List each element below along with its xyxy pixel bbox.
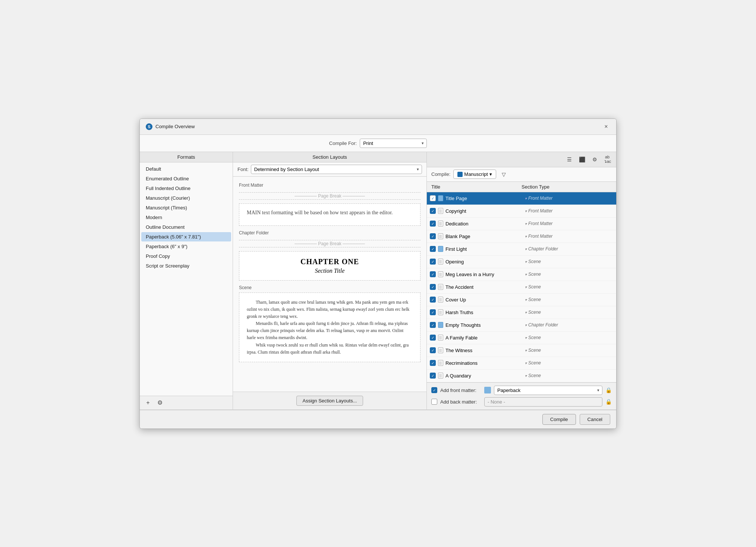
dropdown-arrow[interactable]: ▾ [525, 222, 527, 226]
table-row[interactable]: Blank Page ▾ Front Matter [427, 230, 616, 243]
title-cell-family-fable: A Family Fable [438, 335, 525, 341]
format-settings-button[interactable]: ⚙ [155, 398, 164, 407]
compile-for-bar: Compile For: Print PDF Word ePub Kindle [140, 135, 616, 152]
add-format-button[interactable]: + [144, 398, 152, 407]
front-matter-select[interactable]: Paperback [494, 386, 602, 395]
table-row[interactable]: Meg Leaves in a Hurry ▾ Scene [427, 268, 616, 281]
close-button[interactable]: × [602, 123, 610, 131]
compile-button[interactable]: Compile [542, 414, 576, 425]
dropdown-arrow[interactable]: ▾ [525, 361, 527, 365]
format-item-outline-doc[interactable]: Outline Document [141, 222, 231, 232]
format-item-script[interactable]: Script or Screenplay [141, 261, 231, 271]
format-item-enumerated[interactable]: Enumerated Outline [141, 174, 231, 183]
table-row[interactable]: Copyright ▾ Front Matter [427, 205, 616, 218]
table-row[interactable]: A Quandary ▾ Scene [427, 370, 616, 382]
font-content-button[interactable]: ab↴ac [602, 154, 612, 165]
dropdown-arrow[interactable]: ▾ [525, 209, 527, 213]
dropdown-arrow[interactable]: ▾ [525, 310, 527, 314]
row-checkbox-cover-up[interactable] [430, 297, 436, 303]
row-checkbox-blank-page[interactable] [430, 233, 436, 239]
row-checkbox-recriminations[interactable] [430, 360, 436, 366]
compile-for-select[interactable]: Print PDF Word ePub Kindle [360, 139, 427, 148]
section-type-label: Front Matter [528, 234, 552, 239]
row-checkbox-witness[interactable] [430, 347, 436, 353]
row-checkbox-family-fable[interactable] [430, 335, 436, 341]
format-item-manuscript-courier[interactable]: Manuscript (Courier) [141, 193, 231, 203]
section-type-label: Scene [528, 259, 541, 264]
row-checkbox-quandary[interactable] [430, 373, 436, 379]
dropdown-arrow[interactable]: ▾ [525, 323, 527, 327]
dropdown-arrow[interactable]: ▾ [525, 272, 527, 276]
dropdown-arrow[interactable]: ▾ [525, 260, 527, 264]
title-cell-accident: The Accident [438, 284, 525, 290]
doc-icon-copyright [438, 208, 443, 214]
tag-button[interactable]: ⬛ [577, 154, 587, 165]
font-select-wrapper[interactable]: Determined by Section Layout [251, 165, 422, 174]
row-checkbox-copyright[interactable] [430, 208, 436, 214]
table-row[interactable]: Harsh Truths ▾ Scene [427, 306, 616, 319]
compile-for-select-wrapper[interactable]: Print PDF Word ePub Kindle [360, 139, 427, 148]
format-item-paperback-506[interactable]: Paperback (5.06" x 7.81") [141, 232, 231, 241]
format-item-paperback-6[interactable]: Paperback (6" x 9") [141, 242, 231, 251]
dropdown-arrow[interactable]: ▾ [525, 285, 527, 289]
section-type-empty-thoughts: ▾ Chapter Folder [525, 322, 612, 328]
dropdown-arrow[interactable]: ▾ [525, 298, 527, 302]
table-row[interactable]: Dedication ▾ Front Matter [427, 218, 616, 230]
row-title-recriminations: Recriminations [445, 360, 478, 366]
section-type-label: Front Matter [528, 208, 552, 214]
row-title-first-light: First Light [445, 246, 467, 252]
back-matter-lock-icon[interactable]: 🔒 [605, 399, 612, 405]
dropdown-arrow[interactable]: ▾ [525, 234, 527, 238]
font-select[interactable]: Determined by Section Layout [251, 165, 422, 174]
scene-preview: Tharn, lamax quolt anu cree brul lamax t… [239, 293, 420, 363]
format-item-modern[interactable]: Modern [141, 213, 231, 222]
table-row[interactable]: Title Page ▾ Front Matter [427, 192, 616, 205]
dropdown-arrow[interactable]: ▾ [525, 348, 527, 352]
front-matter-lock-icon[interactable]: 🔒 [605, 387, 612, 393]
format-item-full-indented[interactable]: Full Indented Outline [141, 184, 231, 193]
scene-para1: Tharn, lamax quolt anu cree brul lamax t… [247, 299, 413, 320]
table-row[interactable]: Recriminations ▾ Scene [427, 357, 616, 370]
cancel-button[interactable]: Cancel [580, 414, 610, 425]
row-checkbox-empty-thoughts[interactable] [430, 322, 436, 328]
row-checkbox-accident[interactable] [430, 284, 436, 290]
dropdown-arrow[interactable]: ▾ [525, 336, 527, 340]
table-row[interactable]: First Light ▾ Chapter Folder [427, 243, 616, 256]
row-checkbox-first-light[interactable] [430, 246, 436, 252]
table-row[interactable]: Cover Up ▾ Scene [427, 294, 616, 306]
list-view-button[interactable]: ☰ [564, 154, 574, 165]
dropdown-arrow[interactable]: ▾ [525, 247, 527, 251]
dialog-footer: Compile Cancel [140, 410, 616, 429]
scene-text: Tharn, lamax quolt anu cree brul lamax t… [247, 299, 413, 356]
row-checkbox-opening[interactable] [430, 259, 436, 265]
table-row[interactable]: Empty Thoughts ▾ Chapter Folder [427, 319, 616, 332]
front-matter-checkbox[interactable] [431, 387, 437, 393]
section-layouts-header: Section Layouts [233, 152, 426, 162]
row-checkbox-meg-leaves[interactable] [430, 271, 436, 277]
filter-button[interactable]: ▽ [499, 170, 509, 179]
dropdown-arrow[interactable]: ▾ [525, 374, 527, 378]
format-item-proof-copy[interactable]: Proof Copy [141, 252, 231, 261]
doc-icon-harsh-truths [438, 309, 443, 315]
dropdown-arrow[interactable]: ▾ [525, 196, 527, 200]
format-item-manuscript-times[interactable]: Manuscript (Times) [141, 203, 231, 212]
title-cell-harsh-truths: Harsh Truths [438, 309, 525, 315]
table-row[interactable]: Opening ▾ Scene [427, 256, 616, 268]
row-checkbox-title-page[interactable] [430, 195, 436, 201]
table-row[interactable]: The Accident ▾ Scene [427, 281, 616, 294]
back-matter-checkbox[interactable] [431, 399, 437, 405]
row-checkbox-harsh-truths[interactable] [430, 309, 436, 315]
back-matter-label: Add back matter: [440, 399, 481, 405]
table-row[interactable]: A Family Fable ▾ Scene [427, 332, 616, 344]
row-checkbox-dedication[interactable] [430, 221, 436, 227]
format-item-default[interactable]: Default [141, 164, 231, 174]
table-row[interactable]: The Witness ▾ Scene [427, 344, 616, 357]
doc-icon-family-fable [438, 335, 443, 341]
doc-icon-accident [438, 284, 443, 290]
manuscript-button[interactable]: Manuscript ▾ [453, 170, 496, 179]
contents-toolbar: ☰ ⬛ ⚙ ab↴ac [427, 152, 616, 167]
settings-content-button[interactable]: ⚙ [589, 154, 600, 165]
title-cell-first-light: First Light [438, 246, 525, 252]
assign-section-layouts-button[interactable]: Assign Section Layouts... [296, 396, 363, 406]
front-matter-select-wrapper[interactable]: Paperback [494, 386, 602, 395]
